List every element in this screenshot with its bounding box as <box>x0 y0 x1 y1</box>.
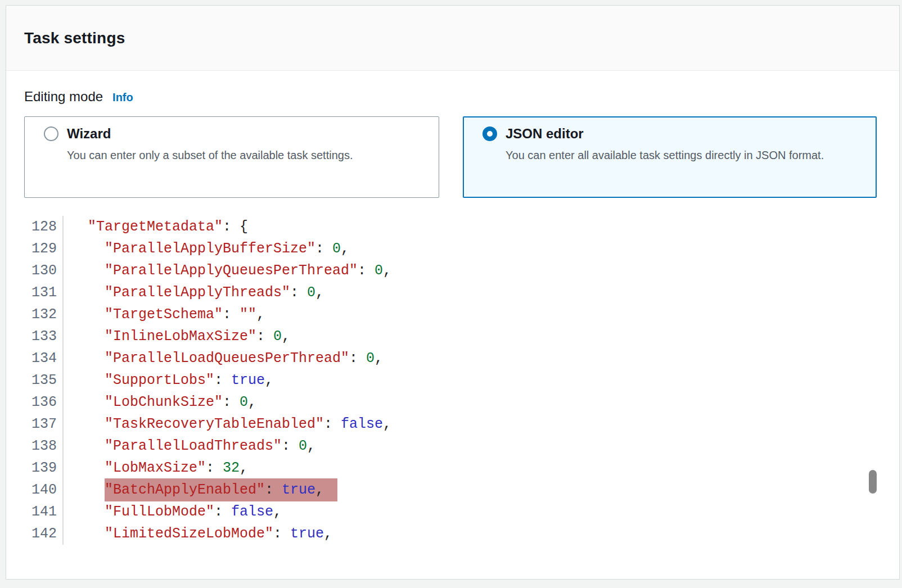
code-line[interactable]: "ParallelLoadQueuesPerThread": 0, <box>71 347 391 369</box>
code-line[interactable]: "ParallelLoadThreads": 0, <box>71 435 391 457</box>
code-token: : <box>315 241 332 257</box>
code-token: : { <box>223 219 248 235</box>
code-line[interactable]: "TargetMetadata": { <box>71 216 391 238</box>
code-token: : <box>256 328 273 345</box>
code-token: , <box>375 350 383 367</box>
code-token: "SupportLobs" <box>105 372 214 388</box>
code-token: , <box>383 263 391 279</box>
line-number: 141 <box>24 501 57 523</box>
code-line[interactable]: "TaskRecoveryTableEnabled": false, <box>71 413 391 435</box>
code-line[interactable]: "TargetSchema": "", <box>71 304 391 325</box>
code-token: "ParallelApplyThreads" <box>105 284 290 301</box>
task-settings-panel: Task settings Editing mode Info Wizard Y… <box>6 5 900 580</box>
tile-wizard[interactable]: Wizard You can enter only a subset of th… <box>24 116 439 198</box>
line-number: 137 <box>24 413 57 435</box>
json-code-editor[interactable]: 1281291301311321331341351361371381391401… <box>24 216 877 545</box>
code-token: , <box>324 526 332 542</box>
code-token: , <box>315 482 324 498</box>
code-line[interactable]: "LobChunkSize": 0, <box>71 391 391 413</box>
code-token: false <box>341 416 383 432</box>
radio-unselected-icon[interactable] <box>44 126 58 141</box>
tile-wizard-description: You can enter only a subset of the avail… <box>67 145 404 165</box>
code-token: : <box>265 482 282 498</box>
code-token: "BatchApplyEnabled" <box>105 482 265 498</box>
line-number: 131 <box>24 282 57 304</box>
code-token: : <box>214 372 231 388</box>
code-token: , <box>273 504 282 520</box>
code-token: : <box>214 504 231 520</box>
radio-selected-icon[interactable] <box>482 126 497 141</box>
code-token: : <box>290 284 307 301</box>
page-title: Task settings <box>24 29 125 47</box>
editor-gutter: 1281291301311321331341351361371381391401… <box>24 216 64 545</box>
line-number: 138 <box>24 435 57 457</box>
line-number: 128 <box>24 216 57 238</box>
line-number: 136 <box>24 391 57 413</box>
code-token: "LimitedSizeLobMode" <box>105 526 273 542</box>
scrollbar-thumb[interactable] <box>869 470 877 494</box>
code-token: , <box>315 284 324 301</box>
code-token: false <box>231 504 273 520</box>
json-radio-row: JSON editor <box>482 126 865 142</box>
tile-wizard-title: Wizard <box>67 126 111 142</box>
code-line[interactable]: "SupportLobs": true, <box>71 369 391 391</box>
code-token: "TargetSchema" <box>105 306 223 323</box>
wizard-radio-row: Wizard <box>44 126 427 142</box>
code-token: 32 <box>223 460 240 476</box>
code-token: , <box>307 438 315 454</box>
code-token: 0 <box>240 394 248 410</box>
line-number: 140 <box>24 479 57 501</box>
code-token: : <box>223 306 240 323</box>
code-token: , <box>341 241 349 257</box>
panel-header: Task settings <box>6 6 899 71</box>
tile-json-description: You can enter all available task setting… <box>506 145 843 165</box>
code-line[interactable]: "ParallelApplyBufferSize": 0, <box>71 238 391 260</box>
tile-json-editor[interactable]: JSON editor You can enter all available … <box>463 116 877 198</box>
code-token: "ParallelLoadThreads" <box>105 438 282 454</box>
tile-json-title: JSON editor <box>506 126 584 142</box>
code-token: true <box>282 482 315 498</box>
code-token: , <box>256 306 265 323</box>
line-number: 129 <box>24 238 57 260</box>
code-token: "InlineLobMaxSize" <box>105 328 256 345</box>
code-token: , <box>265 372 273 388</box>
line-number: 134 <box>24 347 57 369</box>
line-number: 130 <box>24 260 57 282</box>
code-token: 0 <box>307 284 315 301</box>
highlighted-code: "BatchApplyEnabled": true, <box>105 478 337 501</box>
code-token: , <box>240 460 248 476</box>
code-line[interactable]: "BatchApplyEnabled": true, <box>71 479 391 501</box>
code-token: "FullLobMode" <box>105 504 214 520</box>
line-number: 132 <box>24 304 57 325</box>
code-line[interactable]: "LimitedSizeLobMode": true, <box>71 523 391 545</box>
code-token: "LobChunkSize" <box>105 394 223 410</box>
code-token: : <box>273 526 290 542</box>
code-line[interactable]: "FullLobMode": false, <box>71 501 391 523</box>
line-number: 135 <box>24 369 57 391</box>
editing-mode-label: Editing mode <box>24 89 103 105</box>
code-token: 0 <box>273 328 282 345</box>
code-token: "" <box>240 306 256 323</box>
editor-code[interactable]: "TargetMetadata": {"ParallelApplyBufferS… <box>64 216 391 545</box>
editing-mode-row: Editing mode Info <box>24 89 133 105</box>
code-line[interactable]: "InlineLobMaxSize": 0, <box>71 325 391 347</box>
code-token: , <box>383 416 391 432</box>
code-token: true <box>290 526 324 542</box>
code-token: "TaskRecoveryTableEnabled" <box>105 416 324 432</box>
code-token: : <box>282 438 299 454</box>
line-number: 139 <box>24 457 57 479</box>
line-number: 142 <box>24 523 57 545</box>
code-token: 0 <box>332 241 341 257</box>
code-line[interactable]: "ParallelApplyThreads": 0, <box>71 282 391 304</box>
code-token: 0 <box>299 438 307 454</box>
code-token: : <box>223 394 240 410</box>
code-token: "TargetMetadata" <box>88 219 223 235</box>
code-token: "ParallelLoadQueuesPerThread" <box>105 350 349 367</box>
code-line[interactable]: "LobMaxSize": 32, <box>71 457 391 479</box>
code-token: : <box>358 263 375 279</box>
code-line[interactable]: "ParallelApplyQueuesPerThread": 0, <box>71 260 391 282</box>
code-token: "ParallelApplyQueuesPerThread" <box>105 263 358 279</box>
info-link[interactable]: Info <box>112 91 133 104</box>
line-number: 133 <box>24 325 57 347</box>
code-token: , <box>248 394 256 410</box>
